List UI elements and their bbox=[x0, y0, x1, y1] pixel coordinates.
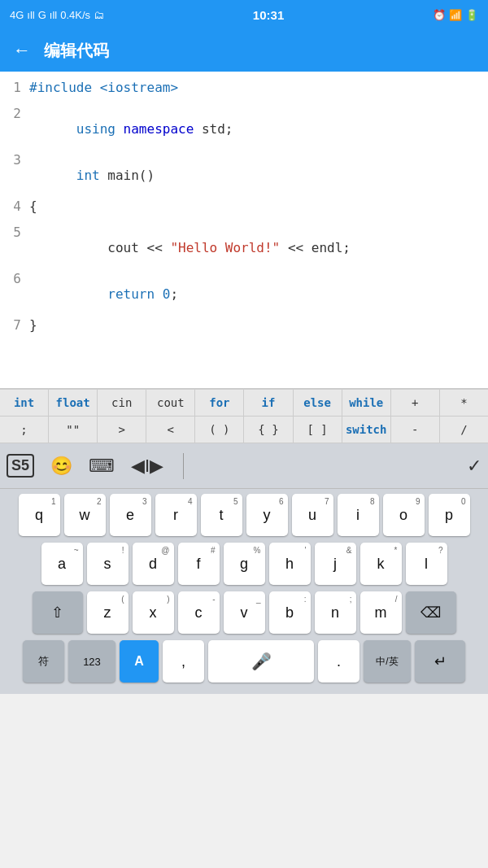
code-content-2: using namespace std; bbox=[29, 106, 233, 152]
status-right: ⏰ 📶 🔋 bbox=[433, 9, 478, 21]
toolbar-switch[interactable]: switch bbox=[342, 417, 391, 443]
key-g[interactable]: %g bbox=[224, 543, 265, 585]
toolbar-braces[interactable]: { } bbox=[244, 417, 293, 443]
code-string: "Hello World!" bbox=[170, 240, 280, 255]
key-x[interactable]: )x bbox=[133, 591, 174, 634]
toolbar-if[interactable]: if bbox=[244, 390, 293, 416]
symbol-key[interactable]: 符 bbox=[23, 640, 64, 683]
line-number-6: 6 bbox=[7, 271, 29, 286]
back-button[interactable]: ← bbox=[13, 40, 31, 61]
key-k[interactable]: *k bbox=[360, 543, 402, 585]
key-s[interactable]: !s bbox=[87, 543, 129, 585]
kw-return: return bbox=[107, 286, 155, 302]
code-content-4: { bbox=[29, 198, 37, 214]
key-j[interactable]: &j bbox=[315, 543, 356, 585]
key-t[interactable]: 5t bbox=[201, 494, 242, 536]
key-m[interactable]: /m bbox=[360, 591, 402, 634]
toolbar-minus[interactable]: - bbox=[391, 417, 440, 443]
key-r[interactable]: 4r bbox=[155, 494, 197, 536]
toolbar-cout[interactable]: cout bbox=[146, 390, 195, 416]
signal-bars-2: ıll bbox=[50, 9, 57, 21]
key-q[interactable]: 1q bbox=[19, 494, 60, 536]
keyboard-row-3: ⇧ (z )x -c _v :b ;n /m ⌫ bbox=[3, 591, 485, 634]
status-left: 4G ıll G ıll 0.4K/s 🗂 bbox=[10, 9, 104, 21]
keyboard-row-2: ~a !s @d #f %g 'h &j *k ?l bbox=[3, 543, 485, 585]
toolbar-star[interactable]: * bbox=[440, 390, 488, 416]
toolbar-for[interactable]: for bbox=[195, 390, 244, 416]
code-content-6: return 0; bbox=[29, 271, 178, 317]
code-endl: << endl; bbox=[280, 240, 351, 255]
key-w[interactable]: 2w bbox=[64, 494, 106, 536]
kw-using: using bbox=[76, 121, 124, 137]
code-main: main() bbox=[100, 168, 155, 183]
period-key[interactable]: . bbox=[318, 640, 359, 683]
code-space bbox=[155, 286, 163, 302]
enter-key[interactable]: ↵ bbox=[415, 640, 465, 683]
line-number-3: 3 bbox=[7, 152, 29, 168]
keyboard-row-1: 1q 2w 3e 4r 5t 6y 7u 8i 9o 0p bbox=[3, 494, 485, 536]
status-time: 10:31 bbox=[253, 8, 284, 22]
toolbar-else[interactable]: else bbox=[294, 390, 342, 416]
key-b[interactable]: :b bbox=[269, 591, 311, 634]
key-v[interactable]: _v bbox=[224, 591, 265, 634]
key-h[interactable]: 'h bbox=[269, 543, 311, 585]
line-number-1: 1 bbox=[7, 80, 29, 95]
g-signal: G bbox=[38, 9, 46, 21]
collapse-keyboard-icon[interactable]: ✓ bbox=[467, 456, 481, 477]
code-line-1: 1 #include <iostream> bbox=[0, 80, 488, 106]
code-indent bbox=[76, 286, 108, 302]
toolbar-plus[interactable]: + bbox=[391, 390, 440, 416]
status-bar: 4G ıll G ıll 0.4K/s 🗂 10:31 ⏰ 📶 🔋 bbox=[0, 0, 488, 29]
backspace-key[interactable]: ⌫ bbox=[406, 591, 456, 634]
toolbar-while[interactable]: while bbox=[342, 390, 391, 416]
key-c[interactable]: -c bbox=[178, 591, 220, 634]
toolbar-float[interactable]: float bbox=[49, 390, 98, 416]
toolbar-row-2: ; "" > < ( ) { } [ ] switch - / bbox=[0, 417, 488, 443]
comma-key[interactable]: , bbox=[163, 640, 204, 683]
toolbar-semicolon[interactable]: ; bbox=[0, 417, 49, 443]
code-line-5: 5 cout << "Hello World!" << endl; bbox=[0, 225, 488, 271]
signal-bars-1: ıll bbox=[27, 9, 34, 21]
code-line-2: 2 using namespace std; bbox=[0, 106, 488, 152]
key-n[interactable]: ;n bbox=[315, 591, 356, 634]
number-key[interactable]: 123 bbox=[68, 640, 115, 683]
key-p[interactable]: 0p bbox=[429, 494, 470, 536]
keyboard-top-row: S5 😊 ⌨ ◀I▶ ✓ bbox=[0, 443, 488, 489]
toolbar-greater[interactable]: > bbox=[98, 417, 146, 443]
key-y[interactable]: 6y bbox=[246, 494, 288, 536]
code-toolbar: int float cin cout for if else while + *… bbox=[0, 389, 488, 443]
shift-key[interactable]: ⇧ bbox=[33, 591, 83, 634]
toolbar-parens[interactable]: ( ) bbox=[195, 417, 244, 443]
toolbar-quotes[interactable]: "" bbox=[49, 417, 98, 443]
toolbar-less[interactable]: < bbox=[146, 417, 195, 443]
key-a[interactable]: ~a bbox=[41, 543, 83, 585]
kw-int: int bbox=[76, 168, 100, 183]
toolbar-int[interactable]: int bbox=[0, 390, 49, 416]
cursor-icon[interactable]: ◀I▶ bbox=[131, 456, 163, 477]
english-key[interactable]: A bbox=[120, 640, 159, 683]
code-zero: 0 bbox=[163, 286, 171, 302]
key-i[interactable]: 8i bbox=[338, 494, 379, 536]
code-line-4: 4 { bbox=[0, 198, 488, 225]
key-z[interactable]: (z bbox=[87, 591, 129, 634]
key-o[interactable]: 9o bbox=[383, 494, 425, 536]
emoji-icon[interactable]: 😊 bbox=[50, 456, 72, 477]
code-editor[interactable]: 1 #include <iostream> 2 using namespace … bbox=[0, 72, 488, 389]
space-mic-key[interactable]: 🎤 bbox=[208, 640, 314, 683]
s5-icon[interactable]: S5 bbox=[7, 454, 34, 478]
toolbar-brackets[interactable]: [ ] bbox=[294, 417, 342, 443]
toolbar-cin[interactable]: cin bbox=[98, 390, 146, 416]
key-f[interactable]: #f bbox=[178, 543, 220, 585]
key-u[interactable]: 7u bbox=[292, 494, 333, 536]
key-e[interactable]: 3e bbox=[110, 494, 151, 536]
toolbar-slash[interactable]: / bbox=[440, 417, 488, 443]
language-key[interactable]: 中/英 bbox=[364, 640, 411, 683]
key-d[interactable]: @d bbox=[133, 543, 174, 585]
key-l[interactable]: ?l bbox=[406, 543, 447, 585]
code-cout: cout << bbox=[76, 240, 171, 255]
keyboard-icon[interactable]: ⌨ bbox=[89, 456, 115, 477]
code-content-1: #include <iostream> bbox=[29, 80, 178, 95]
code-semi: ; bbox=[170, 286, 178, 302]
sim-icon: 🗂 bbox=[94, 9, 104, 21]
code-line-6: 6 return 0; bbox=[0, 271, 488, 317]
